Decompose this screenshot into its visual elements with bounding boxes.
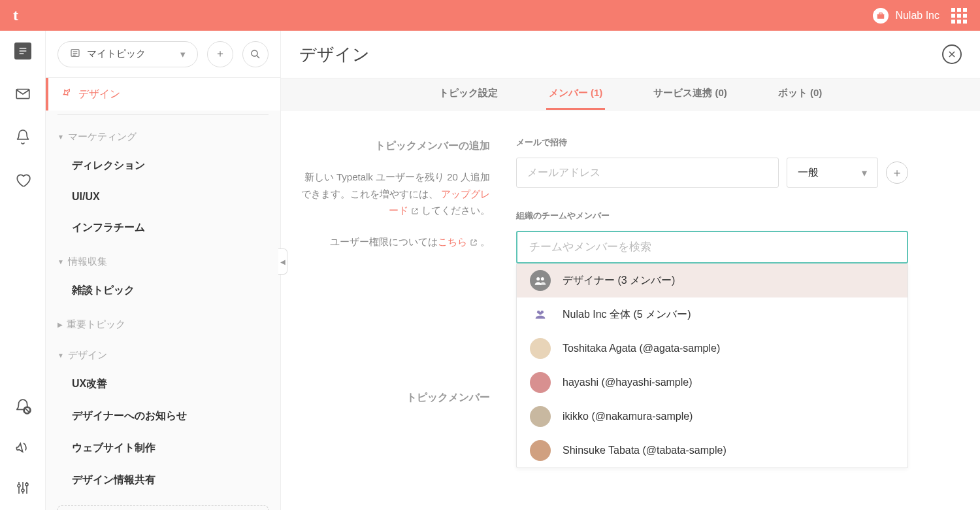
pin-icon xyxy=(60,87,72,101)
org-search-label: 組織のチームやメンバー xyxy=(516,210,908,222)
add-group-button[interactable]: ⊕ グループ xyxy=(57,505,269,510)
main-panel: デザイン トピック設定 メンバー (1) サービス連携 (0) ボット (0) … xyxy=(281,31,980,510)
tab-topic-settings[interactable]: トピック設定 xyxy=(436,78,500,110)
sidebar-resize-handle[interactable]: ◀ xyxy=(278,248,287,275)
group-icon xyxy=(530,270,551,291)
topic-item[interactable]: UX改善 xyxy=(46,368,280,400)
dropdown-option[interactable]: Nulab Inc 全体 (5 メンバー) xyxy=(517,298,907,332)
topic-item[interactable]: デザイナーへのお知らせ xyxy=(46,400,280,432)
sidebar: マイトピック ▾ ＋ デザイン ▼マーケティング ディレクション UI/UX イ… xyxy=(46,31,281,510)
heart-icon[interactable] xyxy=(14,171,32,189)
megaphone-icon[interactable] xyxy=(14,438,32,456)
app-logo[interactable]: t xyxy=(13,7,18,24)
topic-item[interactable]: 雑談トピック xyxy=(46,275,280,307)
topic-item[interactable]: ウェブサイト制作 xyxy=(46,432,280,464)
dropdown-option[interactable]: hayashi (@hayashi-sample) xyxy=(517,366,907,400)
chevron-down-icon: ▾ xyxy=(180,48,186,60)
pinned-topic[interactable]: デザイン xyxy=(46,78,280,110)
add-invite-button[interactable]: ＋ xyxy=(886,162,908,184)
dropdown-option[interactable]: Shinsuke Tabata (@tabata-sample) xyxy=(517,434,907,468)
avatar xyxy=(530,372,551,393)
svg-point-27 xyxy=(539,312,542,315)
close-button[interactable] xyxy=(942,44,962,64)
topbar: t Nulab Inc xyxy=(0,0,980,31)
tab-integrations[interactable]: サービス連携 (0) xyxy=(651,78,730,110)
topic-selector[interactable]: マイトピック ▾ xyxy=(57,41,198,67)
list-icon xyxy=(70,48,80,60)
add-members-heading: トピックメンバーの追加 xyxy=(301,137,490,154)
svg-rect-2 xyxy=(19,48,26,48)
add-topic-button[interactable]: ＋ xyxy=(207,41,233,67)
svg-point-19 xyxy=(252,50,257,56)
svg-point-14 xyxy=(25,483,28,486)
avatar xyxy=(530,338,551,359)
member-search-input[interactable] xyxy=(516,231,908,264)
external-link-icon xyxy=(411,203,419,220)
permissions-link[interactable]: こちら xyxy=(438,236,467,247)
svg-point-12 xyxy=(22,489,24,492)
svg-point-23 xyxy=(536,277,540,280)
nav-rail xyxy=(0,31,46,510)
org-name: Nulab Inc xyxy=(895,10,939,22)
sliders-icon[interactable] xyxy=(14,479,32,497)
mail-icon[interactable] xyxy=(14,84,32,103)
group-header[interactable]: ▶重要トピック xyxy=(46,307,280,337)
apps-menu-icon[interactable] xyxy=(951,8,967,24)
svg-point-10 xyxy=(18,484,20,487)
topic-item[interactable]: ディレクション xyxy=(46,150,280,182)
tabs: トピック設定 メンバー (1) サービス連携 (0) ボット (0) xyxy=(281,78,980,110)
svg-rect-3 xyxy=(19,50,26,51)
group-header[interactable]: ▼マーケティング xyxy=(46,119,280,150)
dropdown-option[interactable]: ikikko (@nakamura-sample) xyxy=(517,400,907,434)
chevron-down-icon: ▾ xyxy=(862,167,867,179)
pinned-topic-label: デザイン xyxy=(78,88,120,101)
dropdown-option[interactable]: Toshitaka Agata (@agata-sample) xyxy=(517,332,907,366)
svg-line-20 xyxy=(257,56,259,58)
topic-item[interactable]: インフラチーム xyxy=(46,212,280,244)
group-header[interactable]: ▼デザイン xyxy=(46,337,280,368)
avatar xyxy=(530,406,551,427)
bell-icon[interactable] xyxy=(14,128,32,146)
topic-item[interactable]: UI/UX xyxy=(46,182,280,212)
search-button[interactable] xyxy=(242,41,269,67)
org-group-icon xyxy=(530,304,551,325)
avatar xyxy=(530,440,551,461)
svg-rect-4 xyxy=(19,53,24,54)
svg-point-24 xyxy=(541,277,544,280)
dropdown-option[interactable]: デザイナー (3 メンバー) xyxy=(517,264,907,298)
tab-bots[interactable]: ボット (0) xyxy=(776,78,825,110)
briefcase-icon xyxy=(873,8,889,24)
member-search-dropdown: デザイナー (3 メンバー) Nulab Inc 全体 (5 メンバー) Tos… xyxy=(516,264,908,468)
section-description: トピックメンバーの追加 新しい Typetalk ユーザーを残り 20 人追加で… xyxy=(301,137,490,510)
mute-bell-icon[interactable] xyxy=(14,398,32,416)
group-header[interactable]: ▼情報収集 xyxy=(46,244,280,275)
topic-groups: ▼マーケティング ディレクション UI/UX インフラチーム ▼情報収集 雑談ト… xyxy=(46,119,280,510)
org-switcher[interactable]: Nulab Inc xyxy=(873,8,939,24)
tab-members[interactable]: メンバー (1) xyxy=(546,78,606,110)
email-invite-label: メールで招待 xyxy=(516,137,908,148)
topics-icon[interactable] xyxy=(14,42,31,60)
external-link-icon xyxy=(470,235,478,252)
email-input[interactable] xyxy=(516,158,779,188)
topic-members-heading: トピックメンバー xyxy=(301,388,490,406)
page-title: デザイン xyxy=(299,43,370,66)
role-select[interactable]: 一般 ▾ xyxy=(787,158,878,188)
topic-item[interactable]: デザイン情報共有 xyxy=(46,464,280,496)
topic-selector-label: マイトピック xyxy=(87,48,146,60)
